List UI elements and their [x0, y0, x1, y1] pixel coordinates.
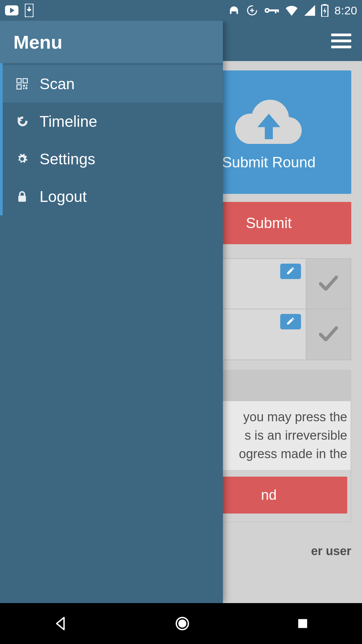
drawer-item-label: Settings: [40, 150, 95, 168]
svg-point-4: [266, 9, 268, 11]
drawer-item-settings[interactable]: Settings: [0, 140, 223, 178]
wifi-icon: [285, 5, 298, 16]
confirm-row-button[interactable]: [306, 259, 351, 309]
side-drawer: Menu Scan Timeline Settings: [0, 21, 223, 603]
android-nav-bar: [0, 603, 362, 644]
drawer-item-label: Logout: [40, 187, 87, 206]
status-right-group: 8:20: [228, 4, 357, 17]
app-viewport: g Submit Round Submit: [0, 21, 362, 603]
svg-rect-7: [277, 9, 279, 12]
cloud-upload-icon: [232, 94, 306, 149]
submit-round-label: Submit Round: [222, 154, 316, 171]
drawer-header: Menu: [0, 21, 223, 63]
svg-rect-15: [23, 88, 24, 89]
drawer-item-label: Timeline: [40, 112, 97, 130]
key-vpn-icon: [264, 6, 279, 14]
nav-back-button[interactable]: [53, 615, 69, 632]
svg-rect-9: [323, 4, 326, 6]
android-status-bar: 8:20: [0, 0, 362, 21]
download-phone-icon: [25, 4, 34, 17]
youtube-icon: [5, 5, 19, 15]
check-icon: [319, 276, 338, 292]
data-saver-icon: [246, 4, 258, 16]
nav-recents-button[interactable]: [296, 617, 309, 630]
history-icon: [16, 116, 28, 127]
drawer-accent-bar: [0, 63, 3, 215]
svg-rect-12: [17, 85, 21, 89]
qr-code-icon: [16, 78, 28, 90]
svg-rect-5: [269, 9, 278, 11]
pencil-icon: [286, 266, 295, 277]
svg-rect-16: [25, 87, 27, 89]
panel-action-label-fragment: nd: [261, 487, 277, 503]
svg-rect-20: [298, 619, 307, 628]
drawer-item-timeline[interactable]: Timeline: [0, 103, 223, 140]
drawer-items: Scan Timeline Settings Logout: [0, 63, 223, 215]
gear-icon: [16, 153, 28, 165]
svg-rect-17: [18, 196, 26, 202]
submit-button-label-fragment: Submit: [246, 215, 292, 231]
svg-rect-10: [17, 78, 21, 83]
drawer-item-logout[interactable]: Logout: [0, 178, 223, 215]
cell-signal-icon: [304, 5, 315, 16]
status-left-group: [5, 4, 34, 17]
drawer-item-label: Scan: [40, 75, 75, 93]
drawer-item-scan[interactable]: Scan: [0, 65, 223, 103]
edit-row-button[interactable]: [280, 264, 301, 279]
edit-row-button[interactable]: [280, 314, 301, 329]
check-icon: [319, 326, 338, 342]
battery-charging-icon: [321, 4, 328, 17]
lock-icon: [16, 191, 28, 202]
status-clock: 8:20: [335, 4, 357, 17]
confirm-row-button[interactable]: [306, 309, 351, 360]
drawer-title: Menu: [13, 31, 62, 53]
svg-point-19: [178, 620, 186, 628]
headphones-icon: [228, 4, 240, 16]
nav-home-button[interactable]: [174, 615, 190, 632]
svg-rect-13: [23, 85, 25, 87]
pencil-icon: [286, 316, 295, 327]
svg-rect-6: [275, 9, 276, 13]
svg-rect-14: [26, 85, 27, 86]
svg-rect-11: [23, 78, 27, 83]
